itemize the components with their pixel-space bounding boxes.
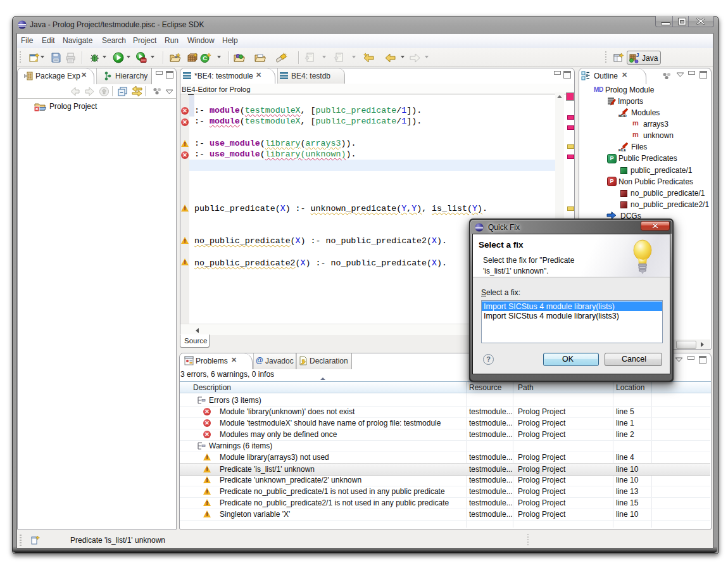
svg-text:MOD: MOD [618,114,627,118]
svg-text:C: C [203,54,207,61]
svg-text:J: J [175,53,177,59]
svg-text:J: J [636,53,639,58]
svg-text:FILE: FILE [618,148,626,152]
